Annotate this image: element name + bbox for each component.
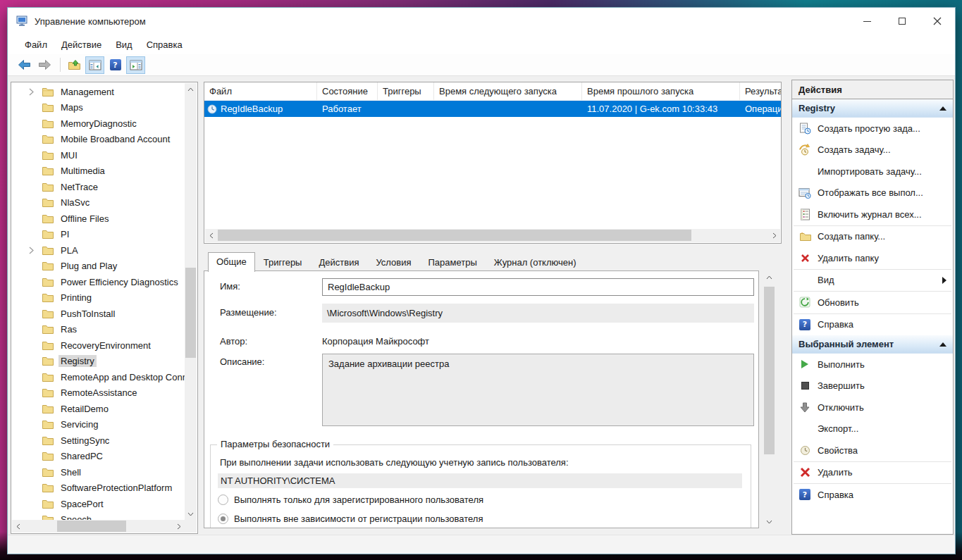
sidebar-item-power-efficiency-diagnostics[interactable]: Power Efficiency Diagnostics <box>12 274 185 290</box>
minimize-button[interactable] <box>849 8 884 35</box>
sidebar-item-spaceport[interactable]: SpacePort <box>12 496 185 512</box>
sidebar-item-printing[interactable]: Printing <box>12 290 185 306</box>
column-header-triggers[interactable]: Триггеры <box>378 82 434 100</box>
column-header-result[interactable]: Результат <box>740 82 781 100</box>
scroll-left-button[interactable] <box>205 230 217 242</box>
action-item-view[interactable]: Вид <box>792 270 953 292</box>
folder-icon <box>42 293 54 302</box>
scroll-up-button[interactable] <box>763 271 775 283</box>
show-action-pane-button[interactable] <box>126 56 145 74</box>
action-item-end[interactable]: Завершить <box>792 375 953 397</box>
help-button[interactable]: ? <box>106 56 125 74</box>
scroll-down-button[interactable] <box>185 508 197 520</box>
sidebar-item-memorydiagnostic[interactable]: MemoryDiagnostic <box>12 116 185 132</box>
menu-help[interactable]: Справка <box>140 37 190 53</box>
tree-vertical-scrollbar[interactable] <box>185 83 197 520</box>
task-row-regidlebackup[interactable]: RegIdleBackup Работает 11.07.2020 | G-ek… <box>204 101 781 117</box>
sidebar-item-mobile-broadband-account[interactable]: Mobile Broadband Account <box>12 132 185 148</box>
action-item-create-task[interactable]: Создать задачу... <box>792 139 953 161</box>
column-header-next-run[interactable]: Время следующего запуска <box>434 82 582 100</box>
sidebar-item-softwareprotectionplatform[interactable]: SoftwareProtectionPlatform <box>12 480 185 497</box>
expand-chevron-icon[interactable] <box>29 88 42 96</box>
action-item-delete[interactable]: Удалить <box>792 462 953 484</box>
sidebar-item-ras[interactable]: Ras <box>12 322 185 338</box>
action-item-help[interactable]: ? Справка <box>792 314 953 336</box>
sidebar-item-plug-and-play[interactable]: Plug and Play <box>12 259 185 275</box>
sidebar-item-offline-files[interactable]: Offline Files <box>12 211 185 227</box>
sidebar-item-pla[interactable]: PLA <box>12 242 185 259</box>
sidebar-item-pushtoinstall[interactable]: PushToInstall <box>12 306 185 322</box>
show-console-tree-button[interactable] <box>85 56 104 74</box>
action-item-help-selected[interactable]: ? Справка <box>792 484 953 506</box>
action-item-display-all-running[interactable]: Отображать все выпол... <box>792 182 953 204</box>
collapse-icon[interactable] <box>939 342 946 347</box>
sidebar-item-nlasvc[interactable]: NlaSvc <box>12 195 185 211</box>
collapse-icon[interactable] <box>939 106 946 111</box>
radio-run-whether-logged-on[interactable]: Выполнять вне зависимости от регистрации… <box>218 514 483 524</box>
action-item-delete-folder[interactable]: Удалить папку <box>792 247 953 269</box>
tab-general[interactable]: Общие <box>208 252 255 272</box>
tab-conditions[interactable]: Условия <box>367 253 419 271</box>
column-header-state[interactable]: Состояние <box>317 82 378 100</box>
sidebar-item-settingsync[interactable]: SettingSync <box>12 433 185 449</box>
section-header-registry[interactable]: Registry <box>792 99 953 118</box>
action-item-create-basic-task[interactable]: Создать простую зада... <box>792 118 953 139</box>
scroll-thumb[interactable] <box>185 268 196 358</box>
description-field[interactable]: Задание архивации реестра <box>322 354 754 426</box>
forward-button[interactable] <box>35 56 54 74</box>
scroll-right-button[interactable] <box>173 521 185 533</box>
scroll-down-button[interactable] <box>763 516 775 528</box>
tree-horizontal-scrollbar[interactable] <box>12 520 185 533</box>
section-header-selected-item[interactable]: Выбранный элемент <box>792 335 953 354</box>
sidebar-item-remoteapp[interactable]: RemoteApp and Desktop Connections <box>12 369 185 385</box>
action-item-refresh[interactable]: Обновить <box>792 292 953 313</box>
sidebar-item-multimedia[interactable]: Multimedia <box>12 163 185 180</box>
tab-triggers[interactable]: Триггеры <box>255 253 311 271</box>
column-header-file[interactable]: Файл <box>204 82 317 100</box>
sidebar-item-sharedpc[interactable]: SharedPC <box>12 449 185 465</box>
sidebar-item-recoveryenvironment[interactable]: RecoveryEnvironment <box>12 337 185 354</box>
radio-run-only-logged-on[interactable]: Выполнять только для зарегистрированного… <box>218 494 483 505</box>
scroll-up-button[interactable] <box>185 83 197 95</box>
sidebar-item-registry[interactable]: Registry <box>12 354 185 370</box>
tab-actions[interactable]: Действия <box>310 253 367 271</box>
column-header-last-run[interactable]: Время прошлого запуска <box>582 82 740 100</box>
name-field[interactable]: RegIdleBackup <box>322 278 754 296</box>
action-item-export[interactable]: Экспорт... <box>792 418 953 440</box>
list-horizontal-scrollbar[interactable] <box>205 229 780 242</box>
action-item-disable[interactable]: Отключить <box>792 397 953 418</box>
menu-file[interactable]: Файл <box>18 37 54 53</box>
submenu-arrow-icon <box>942 277 946 284</box>
details-vertical-scrollbar[interactable] <box>763 271 775 528</box>
sidebar-item-mui[interactable]: MUI <box>12 147 185 163</box>
sidebar-item-servicing[interactable]: Servicing <box>12 417 185 433</box>
scroll-thumb[interactable] <box>764 287 775 454</box>
sidebar-item-retaildemo[interactable]: RetailDemo <box>12 401 185 417</box>
action-item-run[interactable]: Выполнить <box>792 354 953 375</box>
sidebar-item-remoteassistance[interactable]: RemoteAssistance <box>12 385 185 402</box>
action-item-import-task[interactable]: Импортировать задачу... <box>792 161 953 182</box>
expand-chevron-icon[interactable] <box>29 247 42 254</box>
sidebar-item-nettrace[interactable]: NetTrace <box>12 179 185 195</box>
sidebar-item-speech[interactable]: Speech <box>12 512 185 521</box>
tab-history[interactable]: Журнал (отключен) <box>486 253 585 271</box>
export-list-button[interactable] <box>65 56 84 74</box>
create-basic-task-icon <box>798 123 812 135</box>
menu-view[interactable]: Вид <box>109 37 140 53</box>
action-item-new-folder[interactable]: Создать папку... <box>792 226 953 248</box>
back-button[interactable] <box>15 56 34 74</box>
scroll-thumb[interactable] <box>218 230 691 241</box>
sidebar-item-shell[interactable]: Shell <box>12 464 185 480</box>
tab-settings[interactable]: Параметры <box>420 253 486 271</box>
scroll-right-button[interactable] <box>768 230 780 242</box>
maximize-button[interactable] <box>884 8 920 35</box>
sidebar-item-management[interactable]: Management <box>12 84 185 100</box>
close-button[interactable] <box>920 8 955 35</box>
action-item-properties[interactable]: Свойства <box>792 440 953 461</box>
scroll-thumb[interactable] <box>57 521 126 532</box>
sidebar-item-pi[interactable]: PI <box>12 227 185 243</box>
sidebar-item-maps[interactable]: Maps <box>12 100 185 116</box>
action-item-enable-all-history[interactable]: Включить журнал всех... <box>792 204 953 225</box>
menu-action[interactable]: Действие <box>54 37 109 53</box>
scroll-left-button[interactable] <box>12 521 24 533</box>
